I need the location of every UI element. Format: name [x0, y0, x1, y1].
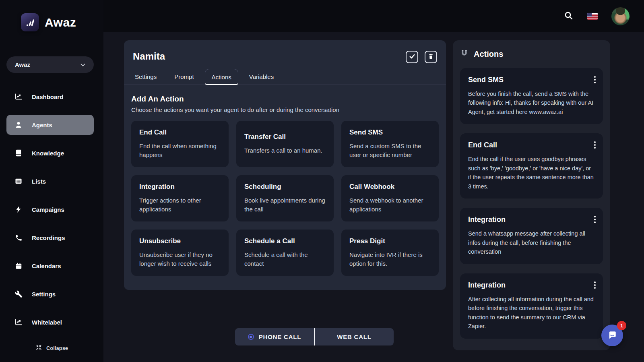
call-mode-toggle: PHONE CALL WEB CALL: [235, 328, 394, 345]
agent-header-buttons: [406, 51, 437, 63]
workspace-dropdown[interactable]: Awaz: [6, 56, 94, 73]
action-card-description: Transfers a call to an human.: [244, 146, 326, 155]
sidebar-item-agents[interactable]: Agents: [6, 115, 94, 135]
sidebar-item-label: Knowledge: [32, 150, 64, 157]
kebab-menu-icon[interactable]: [592, 74, 598, 86]
agent-tabs: Settings Prompt Actions Variables: [124, 68, 446, 85]
topbar: [103, 0, 644, 32]
app-root: Awaz Awaz Dashboard: [0, 0, 644, 362]
action-grid: End Call End the call when something hap…: [131, 121, 439, 276]
chat-notification-badge: 1: [617, 321, 626, 330]
action-card-title: Transfer Call: [244, 133, 326, 141]
tab-prompt[interactable]: Prompt: [167, 68, 200, 85]
radio-selected-icon: [248, 334, 254, 340]
action-card-call-webhook[interactable]: Call Webhook Send a webhook to another a…: [341, 175, 439, 221]
sidebar-item-calendars[interactable]: Calendars: [6, 256, 94, 276]
trash-icon: [427, 53, 434, 61]
tab-actions[interactable]: Actions: [205, 69, 238, 85]
tab-variables[interactable]: Variables: [242, 68, 281, 85]
sidebar-item-knowledge[interactable]: Knowledge: [6, 143, 94, 163]
user-avatar[interactable]: [611, 7, 630, 25]
sidebar-item-lists[interactable]: Lists: [6, 171, 94, 191]
sidebar-item-settings[interactable]: Settings: [6, 284, 94, 304]
collapse-icon: [35, 344, 42, 352]
action-card-integration[interactable]: Integration Trigger actions to other app…: [131, 175, 229, 221]
agent-panel: Namita: [124, 40, 446, 290]
kebab-menu-icon[interactable]: [592, 279, 598, 291]
action-card-schedule-a-call[interactable]: Schedule a Call Schedule a call with the…: [236, 230, 334, 276]
phone-call-option[interactable]: PHONE CALL: [235, 328, 314, 345]
configured-action-send-sms[interactable]: Send SMS Before you finish the call, sen…: [460, 68, 603, 124]
confirm-button[interactable]: [406, 51, 418, 63]
configured-action-integration-1[interactable]: Integration Send a whatsapp message afte…: [460, 208, 603, 264]
search-button[interactable]: [564, 11, 574, 22]
action-card-end-call[interactable]: End Call End the call when something hap…: [131, 121, 229, 167]
configured-action-title: Send SMS: [468, 76, 595, 84]
action-card-title: Schedule a Call: [244, 237, 326, 245]
delete-button[interactable]: [425, 51, 437, 63]
sidebar-item-label: Dashboard: [32, 93, 63, 100]
tab-settings[interactable]: Settings: [128, 68, 163, 85]
person-icon: [14, 121, 23, 129]
sidebar-item-label: Settings: [32, 291, 56, 298]
agent-name: Namita: [133, 51, 165, 62]
sidebar-item-label: Agents: [32, 122, 52, 128]
agent-panel-header: Namita: [124, 40, 446, 63]
awaz-logo-icon: [21, 13, 39, 31]
language-flag-button[interactable]: [587, 13, 598, 20]
phone-icon: [14, 234, 23, 242]
calendar-icon: [14, 262, 23, 270]
brand-logo: Awaz: [0, 0, 103, 31]
action-card-unsubscribe[interactable]: Unsubscribe Unsubscribe user if they no …: [131, 230, 229, 276]
web-call-option[interactable]: WEB CALL: [315, 328, 394, 345]
sidebar-item-dashboard[interactable]: Dashboard: [6, 87, 94, 107]
web-call-label: WEB CALL: [337, 333, 372, 340]
topbar-actions: [564, 0, 630, 32]
sidebar-item-campaigns[interactable]: Campaigns: [6, 199, 94, 219]
agent-panel-body: Add An Action Choose the actions you wan…: [124, 85, 446, 276]
sidebar-item-whitelabel[interactable]: Whitelabel: [6, 312, 94, 332]
action-card-title: Send SMS: [349, 128, 431, 137]
book-icon: [14, 149, 23, 157]
chevron-down-icon: [79, 61, 87, 68]
action-card-send-sms[interactable]: Send SMS Send a custom SMS to the user o…: [341, 121, 439, 167]
wrench-icon: [14, 290, 23, 298]
configured-action-integration-2[interactable]: Integration After collecting all informa…: [460, 273, 603, 339]
sidebar-nav: Dashboard Agents Knowledge: [6, 87, 94, 332]
sidebar-item-label: Campaigns: [32, 206, 64, 213]
search-icon: [564, 11, 574, 22]
action-card-title: Call Webhook: [349, 183, 431, 191]
kebab-menu-icon[interactable]: [592, 139, 598, 151]
sidebar-item-recordings[interactable]: Recordings: [6, 228, 94, 248]
configured-action-title: Integration: [468, 281, 595, 290]
kebab-menu-icon[interactable]: [592, 213, 598, 225]
actions-panel-cards: Send SMS Before you finish the call, sen…: [460, 68, 603, 339]
actions-panel-title: Actions: [474, 50, 503, 59]
action-card-title: Integration: [139, 183, 221, 191]
sidebar-item-label: Calendars: [32, 263, 61, 269]
action-card-description: Schedule a call with the contact: [244, 250, 326, 268]
configured-action-end-call[interactable]: End Call End the call if the user uses g…: [460, 133, 603, 199]
action-card-description: Send a custom SMS to the user or specifi…: [349, 142, 431, 159]
sidebar: Awaz Awaz Dashboard: [0, 0, 103, 362]
workspace-label: Awaz: [15, 61, 30, 68]
action-card-press-digit[interactable]: Press Digit Navigate into IVR if there i…: [341, 230, 439, 276]
configured-action-title: End Call: [468, 141, 595, 149]
collapse-label: Collapse: [46, 345, 68, 351]
actions-panel-header: Actions: [460, 49, 603, 59]
list-icon: [14, 177, 23, 185]
collapse-sidebar-button[interactable]: Collapse: [0, 341, 103, 355]
action-card-title: End Call: [139, 128, 221, 137]
sidebar-item-label: Recordings: [32, 234, 65, 241]
action-card-transfer-call[interactable]: Transfer Call Transfers a call to an hum…: [236, 121, 334, 167]
action-card-description: End the call when something happens: [139, 142, 221, 159]
lightning-icon: [14, 205, 23, 213]
action-card-scheduling[interactable]: Scheduling Book live appointments during…: [236, 175, 334, 221]
configured-actions-panel: Actions Send SMS Before you finish the c…: [453, 40, 610, 350]
section-title: Add An Action: [131, 95, 439, 103]
magnet-icon: [460, 49, 469, 59]
chart-line-icon: [14, 93, 23, 101]
action-card-description: Navigate into IVR if there is option for…: [349, 250, 431, 268]
sidebar-item-label: Lists: [32, 178, 46, 185]
phone-call-label: PHONE CALL: [259, 333, 301, 340]
